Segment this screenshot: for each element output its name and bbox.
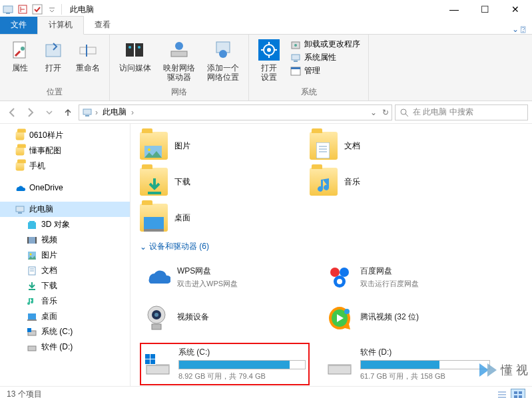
section-devices-header[interactable]: ⌄ 设备和驱动器 (6) <box>137 236 525 256</box>
svg-point-14 <box>175 42 183 50</box>
drive-system-c[interactable]: 系统 (C:) 8.92 GB 可用，共 79.4 GB <box>140 343 310 385</box>
add-location-icon <box>212 39 234 61</box>
tab-computer[interactable]: 计算机 <box>37 16 84 35</box>
svg-line-33 <box>405 114 408 116</box>
svg-rect-46 <box>28 313 36 319</box>
tab-file[interactable]: 文件 <box>0 17 37 34</box>
svg-point-63 <box>337 279 342 284</box>
access-media-button[interactable]: 访问媒体 <box>115 37 155 85</box>
drive-software-d[interactable]: 软件 (D:) 61.7 GB 可用，共 158 GB <box>323 343 493 385</box>
uninstall-icon <box>290 39 301 50</box>
svg-rect-53 <box>316 142 330 158</box>
svg-point-52 <box>148 148 150 151</box>
tree-item[interactable]: 音乐 <box>0 294 130 309</box>
folder-pictures[interactable]: 图片 <box>137 128 307 164</box>
app-icon <box>1 2 15 17</box>
tab-view[interactable]: 查看 <box>84 17 121 34</box>
drive-camera[interactable]: 视频设备 <box>140 301 310 335</box>
svg-rect-82 <box>519 391 522 394</box>
qat-overflow-icon[interactable] <box>45 2 59 17</box>
crumb-chevron-icon[interactable]: › <box>95 108 98 117</box>
svg-rect-39 <box>29 237 35 244</box>
uninstall-button[interactable]: 卸载或更改程序 <box>290 39 360 50</box>
up-button[interactable] <box>60 104 76 120</box>
minimize-button[interactable]: — <box>439 0 469 19</box>
svg-rect-45 <box>29 289 35 290</box>
svg-rect-50 <box>28 346 36 351</box>
svg-rect-9 <box>126 43 134 57</box>
view-tiles-button[interactable] <box>511 389 525 399</box>
refresh-icon[interactable]: ↻ <box>382 108 389 117</box>
tree-item[interactable]: 懂事配图 <box>0 143 130 158</box>
tree-item[interactable]: 3D 对象 <box>0 217 130 232</box>
tree-item[interactable]: 系统 (C:) <box>0 324 130 339</box>
main-view[interactable]: 图片 文档 下载 音乐 桌面 ⌄ 设备和驱动器 (6) WPS网盘双击进入WPS… <box>131 124 532 386</box>
qat-checkmark-icon[interactable] <box>31 2 44 17</box>
drive-wps[interactable]: WPS网盘双击进入WPS网盘 <box>140 260 310 294</box>
close-button[interactable]: ✕ <box>500 0 531 19</box>
svg-rect-31 <box>85 115 89 116</box>
tree-thispc[interactable]: 此电脑 <box>0 202 130 217</box>
folder-documents[interactable]: 文档 <box>307 128 477 164</box>
open-button[interactable]: 打开 <box>39 37 68 85</box>
group-location-label: 位置 <box>5 85 104 99</box>
crumb-chevron-icon[interactable]: › <box>131 108 134 117</box>
maximize-button[interactable]: ☐ <box>469 0 500 19</box>
dropdown-icon[interactable]: ⌄ <box>370 108 377 117</box>
manage-icon <box>290 66 301 77</box>
open-icon <box>43 39 64 61</box>
drive-c-icon <box>144 350 172 378</box>
svg-point-12 <box>138 46 140 49</box>
tree-item[interactable]: 0610样片 <box>0 128 130 143</box>
search-placeholder: 在 此电脑 中搜索 <box>413 106 473 118</box>
folder-downloads[interactable]: 下载 <box>137 164 307 200</box>
manage-button[interactable]: 管理 <box>290 65 360 77</box>
open-settings-button[interactable]: 打开 设置 <box>254 37 284 85</box>
forward-button[interactable] <box>23 104 39 120</box>
svg-rect-83 <box>514 395 517 398</box>
nav-tree[interactable]: 0610样片 懂事配图 手机 OneDrive 此电脑 3D 对象 视频 图片 … <box>0 124 131 386</box>
tree-onedrive[interactable]: OneDrive <box>0 180 130 195</box>
map-drive-button[interactable]: 映射网络 驱动器 <box>159 37 199 85</box>
search-input[interactable]: 在 此电脑 中搜索 <box>395 104 528 120</box>
tree-item[interactable]: 桌面 <box>0 309 130 324</box>
drive-tencent[interactable]: 腾讯视频 (32 位) <box>323 301 493 335</box>
tree-item[interactable]: 手机 <box>0 158 130 174</box>
address-bar[interactable]: › 此电脑 › ⌄ ↻ <box>79 104 392 120</box>
settings-icon <box>258 39 280 61</box>
svg-point-16 <box>219 50 227 58</box>
system-properties-button[interactable]: 系统属性 <box>290 52 360 63</box>
tree-item[interactable]: 软件 (D:) <box>0 339 130 355</box>
svg-rect-26 <box>292 55 300 60</box>
back-button[interactable] <box>4 104 20 120</box>
ribbon-collapse-icon[interactable]: ⌄ ⍰ <box>505 25 532 34</box>
svg-rect-77 <box>328 365 351 366</box>
recent-button[interactable] <box>41 104 57 120</box>
rename-button[interactable]: 重命名 <box>72 37 104 85</box>
folder-music[interactable]: 音乐 <box>307 164 477 200</box>
folder-desktop[interactable]: 桌面 <box>137 200 307 236</box>
tree-item[interactable]: 文档 <box>0 263 130 278</box>
svg-rect-1 <box>6 13 10 14</box>
drive-baidu[interactable]: 百度网盘双击运行百度网盘 <box>323 260 493 294</box>
window-title: 此电脑 <box>70 4 94 15</box>
svg-rect-59 <box>144 229 164 232</box>
breadcrumb-item[interactable]: 此电脑 <box>101 106 129 118</box>
svg-rect-0 <box>3 6 13 13</box>
tree-item[interactable]: 图片 <box>0 248 130 263</box>
add-location-button[interactable]: 添加一个 网络位置 <box>203 37 243 85</box>
watermark: 懂 视 <box>477 359 528 381</box>
properties-button[interactable]: 属性 <box>5 37 35 85</box>
qat-properties-icon[interactable] <box>16 2 29 17</box>
svg-rect-74 <box>145 359 150 364</box>
svg-point-25 <box>294 44 297 47</box>
svg-rect-34 <box>16 206 24 212</box>
camera-icon <box>142 304 170 332</box>
tree-item[interactable]: 视频 <box>0 232 130 248</box>
baidu-icon <box>326 263 354 291</box>
tree-item[interactable]: 下载 <box>0 278 130 294</box>
map-drive-icon <box>168 39 190 61</box>
view-details-button[interactable] <box>495 389 509 399</box>
svg-rect-72 <box>145 354 150 359</box>
drive-c-progress <box>178 360 306 369</box>
